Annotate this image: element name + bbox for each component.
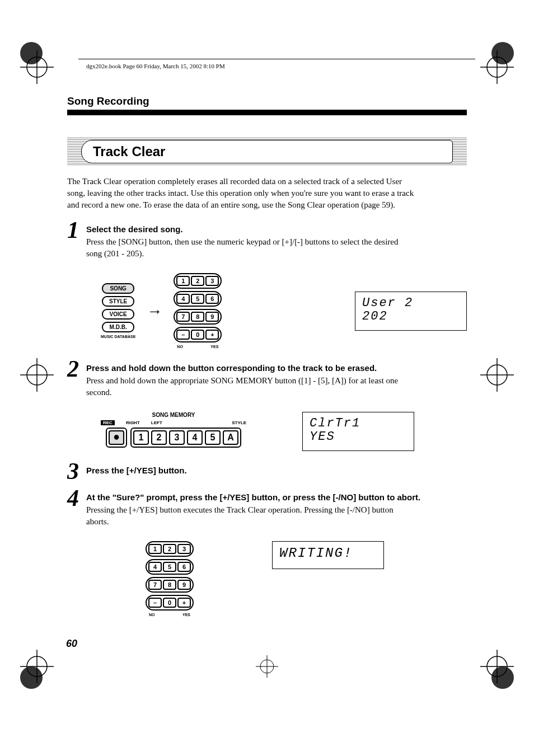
mode-panel: SONG STYLE VOICE M.D.B. MUSIC DATABASE	[101, 283, 135, 339]
song-memory-title: SONG MEMORY	[152, 412, 195, 418]
crop-mark	[480, 650, 514, 683]
right-label: RIGHT	[126, 420, 140, 425]
step-4: 4 At the "Sure?" prompt, press the [+/YE…	[67, 489, 467, 533]
crop-mark	[480, 50, 514, 84]
yes-label: YES	[210, 345, 218, 349]
key-8: 8	[191, 312, 204, 322]
numeric-keypad: 123 456 789 –0+ NOYES	[174, 273, 222, 349]
lcd-line1: User 2	[362, 297, 460, 310]
track-a-button: A	[223, 430, 238, 445]
key-9: 9	[177, 580, 191, 590]
step-body: Press and hold down the appropriate SONG…	[86, 375, 400, 398]
key-6: 6	[177, 562, 191, 572]
track-2-button: 2	[151, 430, 167, 445]
arrow-icon: →	[147, 302, 162, 320]
step-number: 4	[67, 489, 86, 533]
step-2: 2 Press and hold down the button corresp…	[67, 360, 467, 404]
key-4: 4	[176, 294, 190, 304]
header-path: dgx202e.book Page 60 Friday, March 15, 2…	[86, 63, 225, 69]
key-0: 0	[163, 598, 176, 608]
crop-mark	[20, 358, 54, 392]
lcd-line1: ClrTr1	[310, 417, 407, 430]
crop-mark	[20, 650, 54, 683]
song-button: SONG	[102, 283, 134, 294]
key-8: 8	[163, 580, 176, 590]
step-3: 3 Press the [+/YES] button.	[67, 462, 467, 481]
diagram-step4: 123 456 789 –0+ NOYES WRITING!	[146, 541, 467, 617]
title-box: Track Clear	[67, 138, 467, 166]
step-title: Press and hold down the button correspon…	[86, 363, 467, 373]
crop-mark	[480, 358, 514, 392]
step-title: Press the [+/YES] button.	[86, 466, 467, 475]
style-button: STYLE	[102, 296, 134, 307]
track-4-button: 4	[187, 430, 203, 445]
intro-paragraph: The Track Clear operation completely era…	[67, 176, 414, 211]
key-7: 7	[148, 580, 162, 590]
step-title: At the "Sure?" prompt, press the [+/YES]…	[86, 492, 467, 502]
key-6: 6	[205, 294, 219, 304]
key-minus: –	[148, 598, 162, 608]
key-7: 7	[176, 312, 190, 322]
left-label: LEFT	[151, 420, 162, 425]
key-0: 0	[191, 330, 204, 340]
no-label: NO	[177, 345, 183, 349]
numeric-keypad: 123 456 789 –0+ NOYES	[146, 541, 194, 617]
crop-mark	[256, 655, 278, 678]
lcd-display-1: User 2 202	[355, 292, 467, 331]
key-1: 1	[176, 276, 190, 286]
style-label: STYLE	[232, 420, 246, 425]
step-number: 1	[67, 221, 86, 265]
step-body: Pressing the [+/YES] button executes the…	[86, 504, 400, 528]
section-header: Song Recording	[67, 95, 467, 107]
key-4: 4	[148, 562, 162, 572]
key-1: 1	[148, 544, 162, 554]
key-plus: +	[177, 598, 191, 608]
key-minus: –	[176, 330, 190, 340]
step-body: Press the [SONG] button, then use the nu…	[86, 236, 400, 260]
key-5: 5	[191, 294, 204, 304]
rec-button: ●	[109, 430, 124, 445]
mdb-button: M.D.B.	[102, 322, 134, 332]
crop-mark	[20, 50, 54, 84]
voice-button: VOICE	[102, 309, 134, 320]
no-label: NO	[149, 613, 155, 617]
track-5-button: 5	[205, 430, 221, 445]
section-bar	[67, 110, 467, 115]
key-3: 3	[177, 544, 191, 554]
key-2: 2	[163, 544, 176, 554]
track-1-button: 1	[133, 430, 149, 445]
step-1: 1 Select the desired song. Press the [SO…	[67, 221, 467, 265]
step-number: 3	[67, 462, 86, 481]
lcd-line2: YES	[310, 430, 407, 444]
page-number: 60	[66, 638, 77, 650]
yes-label: YES	[182, 613, 190, 617]
key-5: 5	[163, 562, 176, 572]
key-2: 2	[191, 276, 204, 286]
key-plus: +	[205, 330, 219, 340]
diagram-step2: SONG MEMORY REC RIGHT LEFT STYLE ● 1 2 3…	[101, 412, 467, 451]
lcd-display-2: ClrTr1 YES	[302, 412, 414, 451]
song-memory-panel: SONG MEMORY REC RIGHT LEFT STYLE ● 1 2 3…	[101, 412, 246, 448]
diagram-step1: SONG STYLE VOICE M.D.B. MUSIC DATABASE →…	[101, 273, 467, 349]
rec-label: REC	[101, 420, 115, 425]
track-3-button: 3	[169, 430, 185, 445]
step-title: Select the desired song.	[86, 224, 467, 234]
lcd-display-3: WRITING!	[272, 541, 384, 569]
key-3: 3	[205, 276, 219, 286]
lcd-line2: 202	[362, 310, 460, 323]
step-number: 2	[67, 360, 86, 404]
lcd-line1: WRITING!	[279, 546, 377, 561]
page-title: Track Clear	[88, 144, 446, 159]
header-rule	[78, 59, 475, 59]
mdb-sublabel: MUSIC DATABASE	[101, 335, 135, 339]
key-9: 9	[205, 312, 219, 322]
